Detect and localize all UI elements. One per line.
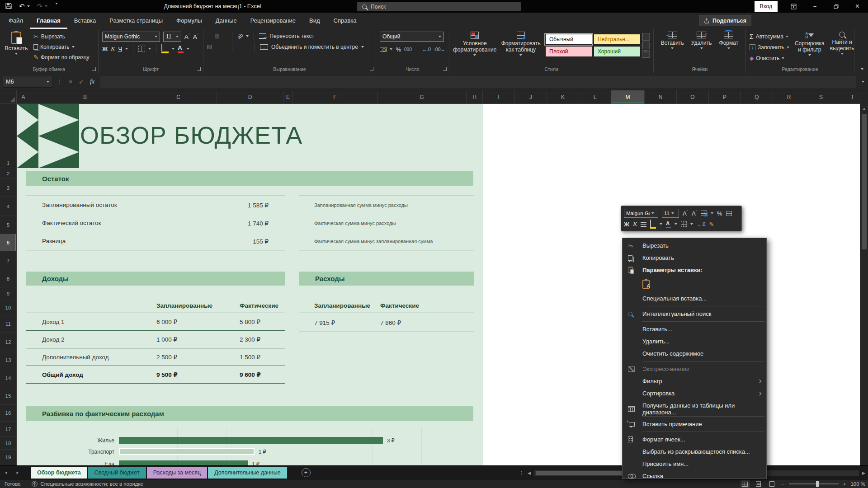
context-menu-item-filter[interactable]: Фильтр [623, 375, 766, 387]
vertical-scroll-thumb[interactable] [862, 114, 867, 249]
autosum-button[interactable]: ΣАвтосумма [750, 32, 789, 41]
number-format-select[interactable]: Общий [380, 32, 444, 42]
column-header-O[interactable]: O [677, 90, 709, 103]
mini-borders-icon[interactable] [681, 221, 687, 227]
mini-cell-styles-icon[interactable] [701, 211, 707, 216]
context-menu-item-format-cells[interactable]: Формат ячеек... [623, 433, 766, 446]
row-header-10[interactable]: 10 [0, 300, 16, 315]
column-header-T[interactable]: T [837, 90, 860, 103]
find-select-button[interactable]: Найти и выделить [830, 32, 854, 65]
mini-merge-icon[interactable] [726, 211, 732, 216]
mini-font-size-select[interactable]: 11 [662, 209, 679, 218]
zoom-level[interactable]: 100 % [850, 481, 865, 487]
mini-align-icon[interactable] [641, 222, 646, 227]
scroll-up-icon[interactable]: ▲ [860, 107, 868, 111]
zoom-slider-thumb[interactable] [816, 481, 819, 487]
bold-button[interactable]: Ж [102, 46, 108, 52]
column-header-F[interactable]: F [293, 90, 377, 103]
ribbon-display-options-icon[interactable] [783, 0, 804, 13]
row-header-17[interactable]: 17 [0, 422, 16, 437]
column-header-N[interactable]: N [645, 90, 677, 103]
collapse-ribbon-button[interactable] [861, 68, 863, 70]
expand-formula-bar-button[interactable] [862, 81, 864, 83]
context-menu-item-paste-special[interactable]: Специальная вставка... [623, 292, 766, 305]
context-menu-item-define-name[interactable]: Присвоить имя... [623, 458, 766, 470]
format-cells-button[interactable]: Формат [719, 32, 739, 65]
font-dialog-launcher[interactable] [197, 67, 201, 71]
column-header-S[interactable]: S [805, 90, 837, 103]
align-center-button[interactable] [215, 45, 219, 49]
context-menu-item-insert-comment[interactable]: Вставить примечание [623, 418, 766, 430]
ribbon-tab-help[interactable]: Справка [327, 13, 363, 29]
row-header-5[interactable]: 5 [0, 216, 16, 234]
column-header-K[interactable]: K [547, 90, 579, 103]
clipboard-dialog-launcher[interactable] [92, 67, 96, 71]
ribbon-tab-review[interactable]: Рецензирование [244, 13, 302, 29]
row-header-8[interactable]: 8 [0, 270, 16, 287]
accessibility-status[interactable]: Специальные возможности: все в порядке [32, 481, 143, 487]
cell-style-2[interactable]: Плохой [545, 46, 592, 57]
search-input[interactable]: Поиск [357, 2, 521, 11]
mini-bold-button[interactable]: Ж [624, 221, 629, 228]
mini-format-painter-icon[interactable]: ✎ [709, 221, 714, 228]
row-header-15[interactable]: 15 [0, 387, 16, 405]
mini-increase-font-button[interactable]: A [683, 210, 688, 217]
column-header-G[interactable]: G [377, 90, 467, 103]
column-header-I[interactable]: I [483, 90, 515, 103]
accounting-format-icon[interactable] [380, 47, 387, 52]
zoom-out-button[interactable]: − [781, 481, 784, 487]
row-header-11[interactable]: 11 [0, 315, 16, 333]
vertical-scrollbar[interactable]: ▲ [860, 90, 868, 465]
clear-button[interactable]: ◆Очистить [750, 53, 789, 63]
ribbon-tab-formulas[interactable]: Формулы [170, 13, 209, 29]
row-header-19[interactable]: 19 [0, 450, 16, 465]
context-menu-item-delete[interactable]: Удалить... [623, 335, 766, 347]
insert-function-button[interactable]: fx [90, 78, 94, 85]
gallery-up-button[interactable] [642, 33, 650, 41]
mini-decrease-font-button[interactable]: A [692, 210, 697, 217]
formula-input[interactable] [99, 76, 856, 88]
borders-icon[interactable] [138, 46, 145, 52]
align-left-button[interactable] [207, 45, 212, 49]
row-header-3[interactable]: 3 [0, 179, 16, 197]
column-header-Q[interactable]: Q [741, 90, 773, 103]
font-color-button[interactable]: А [178, 45, 184, 53]
column-header-E[interactable]: E [283, 90, 293, 103]
sort-filter-button[interactable]: АЯ Сортировка и фильтр [795, 32, 825, 65]
mini-increase-decimal-button[interactable]: ←.0 [697, 221, 705, 227]
sign-in-button[interactable]: Вход [755, 1, 778, 12]
ribbon-tab-view[interactable]: Вид [302, 13, 327, 29]
scroll-left-icon[interactable]: ◀ [528, 471, 531, 475]
align-right-button[interactable] [222, 45, 227, 49]
select-all-corner[interactable] [0, 90, 17, 104]
comma-style-button[interactable]: 000 [404, 47, 412, 52]
font-size-select[interactable]: 11 [163, 32, 181, 42]
gallery-down-button[interactable] [642, 42, 650, 49]
column-header-H[interactable]: H [467, 90, 483, 103]
decrease-font-button[interactable]: A [193, 33, 198, 40]
column-header-B[interactable]: B [30, 90, 140, 103]
column-header-J[interactable]: J [515, 90, 547, 103]
column-header-M[interactable]: M [611, 90, 645, 103]
merge-center-button[interactable]: Объединить и поместить в центре [271, 44, 358, 50]
row-header-16[interactable]: 16 [0, 405, 16, 422]
context-menu-item-smart-lookup[interactable]: Интеллектуальный поиск [623, 308, 766, 320]
tab-split-handle-icon[interactable]: ⋮ [519, 470, 524, 476]
sheet-tab-additional-data[interactable]: Дополнительные данные [208, 467, 287, 479]
undo-button[interactable]: ↶ [19, 2, 30, 11]
ribbon-tab-page-layout[interactable]: Разметка страницы [103, 13, 170, 29]
minimize-button[interactable]: − [804, 0, 826, 13]
increase-indent-button[interactable] [245, 45, 250, 49]
context-menu-item-link[interactable]: Ссылка [623, 470, 766, 479]
cell-style-0[interactable]: Обычный [545, 34, 592, 45]
orientation-icon[interactable]: ab [236, 32, 244, 40]
cancel-entry-button[interactable]: × [69, 78, 72, 85]
row-header-1[interactable]: 1 [0, 104, 16, 168]
expenses-bar-chart[interactable]: Жилье3 ₽Транспорт1 ₽Еда1 ₽ [26, 422, 473, 465]
zoom-slider[interactable] [789, 483, 839, 484]
context-menu-item-pick-from-list[interactable]: Выбрать из раскрывающегося списка... [623, 446, 766, 458]
context-menu-item-cut[interactable]: ✂Вырезать [623, 239, 766, 252]
cell-style-3[interactable]: Хороший [594, 46, 641, 57]
column-header-C[interactable]: C [140, 90, 217, 103]
context-menu-item-get-data-from-table[interactable]: Получить данные из таблицы или диапазона… [623, 403, 766, 415]
